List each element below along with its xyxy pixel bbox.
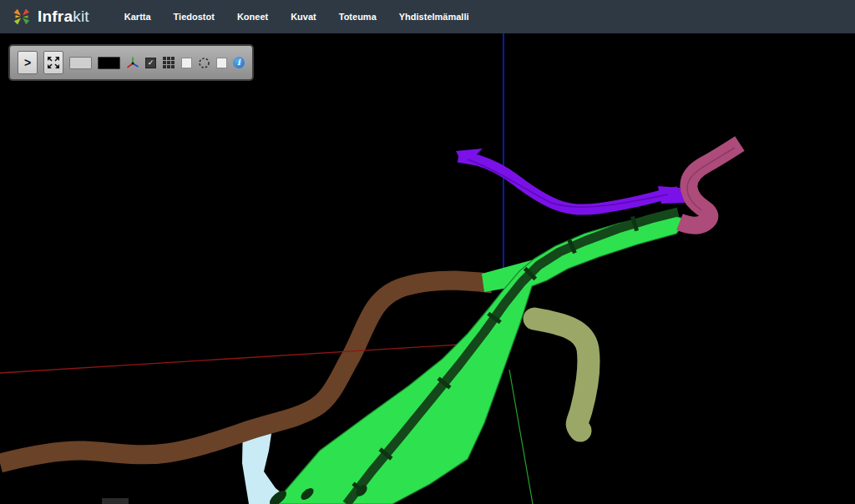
brand-name-bold: Infra: [38, 8, 73, 25]
menu-item-kuvat[interactable]: Kuvat: [291, 12, 316, 22]
fullscreen-button[interactable]: [43, 51, 63, 74]
menu-item-toteuma[interactable]: Toteuma: [339, 12, 377, 22]
axes-icon: [126, 56, 139, 70]
menu-item-yhdistelmamalli[interactable]: Yhdistelmämalli: [399, 12, 469, 22]
fullscreen-arrows-icon: [47, 56, 60, 69]
axis-line-red: [0, 344, 472, 373]
rotate-circle-icon: [198, 57, 210, 69]
viewer-toolbar: >: [8, 44, 254, 81]
road-purple-group[interactable]: [456, 149, 685, 209]
bottom-gray-bar: [102, 498, 129, 504]
road-main-green[interactable]: [274, 214, 685, 504]
brand-name: Infrakit: [38, 8, 89, 26]
menu-item-tiedostot[interactable]: Tiedostot: [174, 12, 215, 22]
info-icon[interactable]: i: [233, 57, 245, 68]
road-main-green-group[interactable]: [267, 212, 685, 504]
expand-panel-button[interactable]: >: [18, 51, 38, 74]
top-navbar: Infrakit Kartta Tiedostot Koneet Kuvat T…: [0, 0, 855, 33]
menu-item-kartta[interactable]: Kartta: [124, 12, 151, 22]
rotate-visibility-checkbox[interactable]: [216, 58, 227, 68]
model-canvas[interactable]: [0, 33, 855, 504]
chevron-right-icon: >: [24, 56, 31, 69]
background-color-black-swatch[interactable]: [98, 57, 120, 69]
viewport-3d[interactable]: >: [0, 33, 855, 504]
background-color-light-swatch[interactable]: [69, 57, 92, 69]
road-purple[interactable]: [458, 157, 678, 209]
axes-visibility-checkbox[interactable]: ✓: [145, 58, 156, 68]
road-pink-group[interactable]: [680, 144, 740, 225]
brand-logo[interactable]: Infrakit: [12, 7, 89, 27]
infrakit-app: Infrakit Kartta Tiedostot Koneet Kuvat T…: [0, 0, 855, 504]
main-menu: Kartta Tiedostot Koneet Kuvat Toteuma Yh…: [124, 12, 469, 22]
road-pink[interactable]: [680, 144, 740, 225]
menu-item-koneet[interactable]: Koneet: [237, 12, 268, 22]
grid-icon: [162, 56, 175, 69]
brand-name-light: kit: [73, 8, 89, 25]
axis-line-green: [509, 370, 533, 504]
grid-visibility-checkbox[interactable]: [181, 58, 192, 68]
road-olive[interactable]: [534, 319, 589, 431]
checkmark-icon: ✓: [148, 59, 154, 67]
infrakit-logo-icon: [12, 7, 32, 27]
